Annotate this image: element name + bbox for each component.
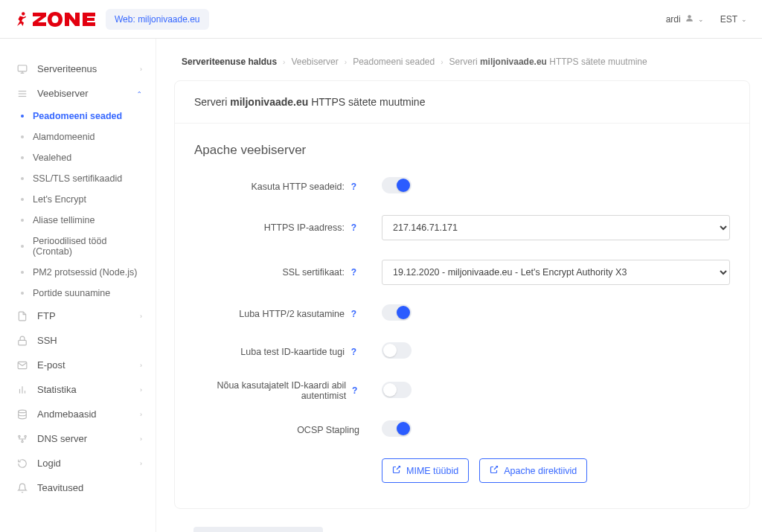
sidebar-sub-label: Peadomeeni seaded xyxy=(33,111,122,121)
toggle-knob xyxy=(397,306,410,319)
bell-icon xyxy=(16,483,28,493)
label-require-id: Nõua kasutajatelt ID-kaardi abil autenti… xyxy=(194,380,365,401)
sidebar-sub-label: PM2 protsessid (Node.js) xyxy=(33,267,137,278)
help-icon[interactable]: ? xyxy=(350,385,359,397)
row-https-ip: HTTPS IP-aadress: ? 217.146.71.171 xyxy=(194,215,730,240)
sidebar-sub-item[interactable]: Perioodilised tööd (Crontab) xyxy=(10,231,148,262)
breadcrumb-item-2[interactable]: Veebiserver xyxy=(291,57,338,67)
user-menu[interactable]: ardi ⌄ xyxy=(666,13,704,25)
logo-text xyxy=(33,11,95,28)
toggle-knob xyxy=(397,422,410,435)
mime-types-button[interactable]: MIME tüübid xyxy=(382,458,469,483)
control-ocsp xyxy=(365,420,730,439)
sidebar-sub-item[interactable]: SSL/TLS sertifikaadid xyxy=(10,168,148,189)
sidebar-item-label: Veebiserver xyxy=(37,88,89,99)
apache-directives-button[interactable]: Apache direktiivid xyxy=(479,458,587,483)
sidebar-item-e-post[interactable]: E-post› xyxy=(10,353,148,377)
dot-icon xyxy=(21,198,24,201)
select-ssl-cert[interactable]: 19.12.2020 - miljonivaade.eu - Let's Enc… xyxy=(382,260,730,285)
breadcrumb: Serveriteenuse haldus › Veebiserver › Pe… xyxy=(174,57,762,67)
svg-point-1 xyxy=(688,15,691,18)
label-ssl-cert: SSL sertifikaat: ? xyxy=(194,267,365,278)
dot-icon xyxy=(21,219,24,222)
svg-rect-2 xyxy=(18,65,27,71)
monitor-icon xyxy=(16,64,28,74)
chevron-down-icon: ⌄ xyxy=(698,16,704,23)
toggle-knob xyxy=(397,179,410,192)
toggle-use-http[interactable] xyxy=(382,177,412,193)
sidebar-item-label: SSH xyxy=(37,335,57,346)
toggle-require-id[interactable] xyxy=(382,382,412,398)
sidebar-sub-item[interactable]: Portide suunamine xyxy=(10,283,148,304)
sidebar-item-dns-server[interactable]: DNS server› xyxy=(10,426,148,451)
file-icon xyxy=(16,311,28,321)
control-http2 xyxy=(365,304,730,323)
chevron-icon: ⌄ xyxy=(136,90,142,97)
dns-icon xyxy=(16,434,28,444)
sidebar-sub-item[interactable]: Let's Encrypt xyxy=(10,189,148,210)
domain-chip-value: miljonivaade.eu xyxy=(138,14,199,25)
chevron-down-icon: ⌄ xyxy=(741,16,747,23)
row-ssl-cert: SSL sertifikaat: ? 19.12.2020 - miljoniv… xyxy=(194,260,730,285)
content-area: Serveriteenuse haldus › Veebiserver › Pe… xyxy=(156,39,762,532)
domain-chip[interactable]: Web: miljonivaade.eu xyxy=(106,9,209,30)
sidebar-item-teavitused[interactable]: Teavitused xyxy=(10,475,148,500)
domain-chip-prefix: Web: xyxy=(115,14,138,25)
sidebar-sub-label: Aliase tellimine xyxy=(33,215,95,225)
dot-icon xyxy=(21,115,24,118)
help-icon[interactable]: ? xyxy=(348,308,359,319)
sidebar-item-statistika[interactable]: Statistika› xyxy=(10,377,148,402)
panel-body: Apache veebiserver Kasuta HTTP seadeid: … xyxy=(175,124,749,508)
control-test-id xyxy=(365,342,730,361)
sidebar-item-label: Logid xyxy=(37,458,61,469)
breadcrumb-item-3[interactable]: Peadomeeni seaded xyxy=(353,57,435,67)
language-label: EST xyxy=(720,14,737,25)
sidebar-sub-label: Perioodilised tööd (Crontab) xyxy=(33,236,142,257)
save-button[interactable]: Salvesta muudatused xyxy=(193,527,323,532)
svg-rect-8 xyxy=(19,340,27,344)
row-require-id: Nõua kasutajatelt ID-kaardi abil autenti… xyxy=(194,380,730,401)
header-right: ardi ⌄ EST ⌄ xyxy=(666,13,747,25)
breadcrumb-item-1[interactable]: Serveriteenuse haldus xyxy=(182,57,277,67)
sidebar-item-serveriteenus[interactable]: Serveriteenus› xyxy=(10,57,148,81)
sidebar-item-ftp[interactable]: FTP› xyxy=(10,304,148,328)
help-icon[interactable]: ? xyxy=(348,181,359,192)
select-https-ip[interactable]: 217.146.71.171 xyxy=(382,215,730,240)
external-link-icon xyxy=(392,465,401,476)
sidebar-sub-item[interactable]: Aliase tellimine xyxy=(10,210,148,231)
chevron-icon: › xyxy=(140,386,142,394)
sidebar-sub-item[interactable]: Alamdomeenid xyxy=(10,126,148,147)
sidebar-sub-items: Peadomeeni seadedAlamdomeenidVealehedSSL… xyxy=(10,106,148,304)
sidebar-sub-item[interactable]: Vealehed xyxy=(10,147,148,168)
back-link[interactable]: Mine tagasi xyxy=(338,527,403,532)
sidebar-item-label: Statistika xyxy=(37,384,77,395)
chevron-icon: › xyxy=(140,435,142,443)
svg-point-13 xyxy=(19,410,27,413)
label-test-id: Luba test ID-kaartide tugi ? xyxy=(194,346,365,357)
sidebar-item-veebiserver[interactable]: Veebiserver⌄ xyxy=(10,81,148,106)
toggle-knob xyxy=(383,344,397,357)
svg-point-16 xyxy=(25,435,26,437)
chevron-icon: › xyxy=(140,362,142,369)
breadcrumb-sep: › xyxy=(441,58,443,66)
toggle-ocsp[interactable] xyxy=(382,420,412,437)
toggle-http2[interactable] xyxy=(382,304,412,321)
sidebar-item-label: Andmebaasid xyxy=(37,408,97,420)
help-icon[interactable]: ? xyxy=(348,222,359,234)
lock-icon xyxy=(16,336,28,346)
dot-icon xyxy=(21,156,24,159)
sidebar-item-ssh[interactable]: SSH xyxy=(10,328,148,353)
help-icon[interactable]: ? xyxy=(348,267,359,278)
user-icon xyxy=(685,13,694,25)
top-header: Web: miljonivaade.eu ardi ⌄ EST ⌄ xyxy=(0,0,762,39)
sidebar-item-logid[interactable]: Logid› xyxy=(10,451,148,475)
brand-logo[interactable] xyxy=(15,11,95,28)
sidebar-item-andmebaasid[interactable]: Andmebaasid› xyxy=(10,402,148,426)
toggle-test-id[interactable] xyxy=(382,342,412,359)
language-menu[interactable]: EST ⌄ xyxy=(720,14,747,25)
sidebar-sub-item[interactable]: Peadomeeni seaded xyxy=(10,106,148,126)
help-icon[interactable]: ? xyxy=(348,346,359,357)
sidebar-item-label: FTP xyxy=(37,310,56,321)
control-ssl-cert: 19.12.2020 - miljonivaade.eu - Let's Enc… xyxy=(365,260,730,285)
sidebar-sub-item[interactable]: PM2 protsessid (Node.js) xyxy=(10,262,148,283)
